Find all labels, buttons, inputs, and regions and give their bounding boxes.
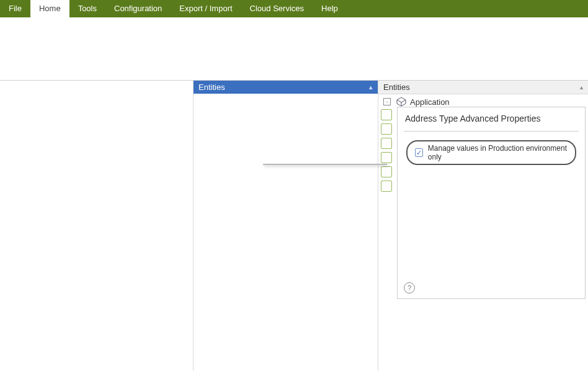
right-icon-column (381, 109, 392, 192)
properties-pane: Entities ▴ - Application Address Type Ad… (378, 81, 588, 371)
checkbox-icon[interactable]: ✓ (415, 148, 423, 157)
expand-toggle[interactable]: - (383, 98, 391, 105)
tree-header[interactable]: Entities ▴ (194, 81, 378, 94)
panel-title: Address Type Advanced Properties (398, 107, 585, 131)
menu-help[interactable]: Help (313, 0, 347, 17)
manage-values-setting[interactable]: ✓ Manage values in Production environmen… (406, 140, 576, 165)
side-icon[interactable] (381, 123, 392, 135)
help-icon[interactable]: ? (404, 282, 415, 293)
side-icon[interactable] (381, 138, 392, 149)
tree-header-chevron-icon: ▴ (369, 83, 373, 91)
menu-configuration[interactable]: Configuration (105, 0, 171, 17)
context-menu (263, 164, 387, 165)
advanced-properties-panel: Address Type Advanced Properties ✓ Manag… (397, 107, 586, 299)
side-icon[interactable] (381, 109, 392, 120)
left-nav (0, 81, 194, 371)
tree-header-label: Entities (198, 83, 225, 92)
menu-home[interactable]: Home (30, 0, 69, 17)
side-icon[interactable] (381, 152, 392, 163)
ribbon (0, 17, 588, 81)
svg-marker-0 (397, 97, 406, 102)
checkbox-label: Manage values in Production environment … (428, 144, 568, 161)
menu-export-import[interactable]: Export / Import (171, 0, 241, 17)
right-header-chevron-icon: ▴ (580, 84, 583, 91)
entity-tree-pane: Entities ▴ (194, 81, 378, 371)
menu-file[interactable]: File (0, 0, 30, 17)
right-header-label: Entities (383, 83, 410, 92)
right-header[interactable]: Entities ▴ (378, 81, 588, 94)
menu-bar: FileHomeToolsConfigurationExport / Impor… (0, 0, 588, 17)
cube-icon (396, 97, 406, 107)
side-icon[interactable] (381, 181, 392, 192)
menu-tools[interactable]: Tools (69, 0, 105, 17)
right-app-label: Application (410, 97, 450, 107)
entity-tree (194, 94, 378, 96)
menu-cloud-services[interactable]: Cloud Services (241, 0, 313, 17)
side-icon[interactable] (381, 166, 392, 177)
